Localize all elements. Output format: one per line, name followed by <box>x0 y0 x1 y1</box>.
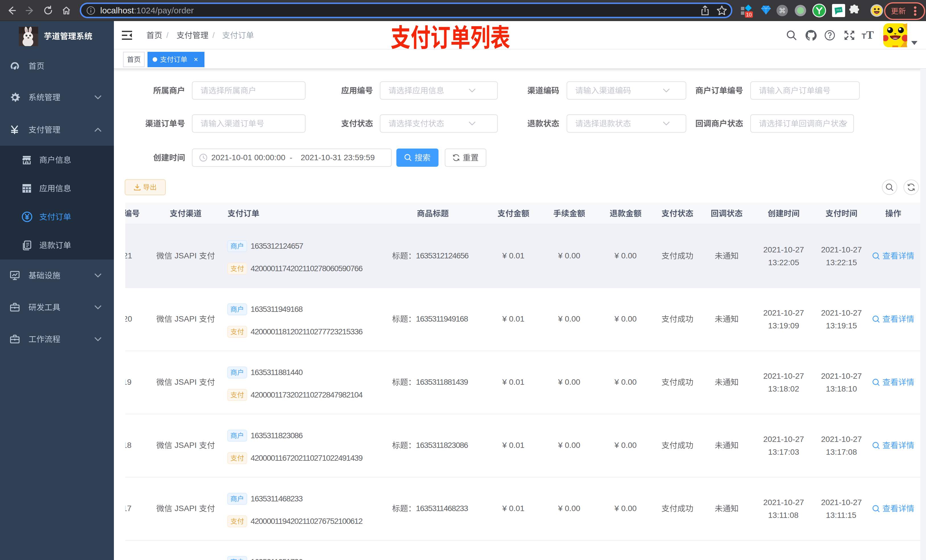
svg-text:10: 10 <box>746 12 752 18</box>
svg-text:⌘: ⌘ <box>779 7 785 15</box>
